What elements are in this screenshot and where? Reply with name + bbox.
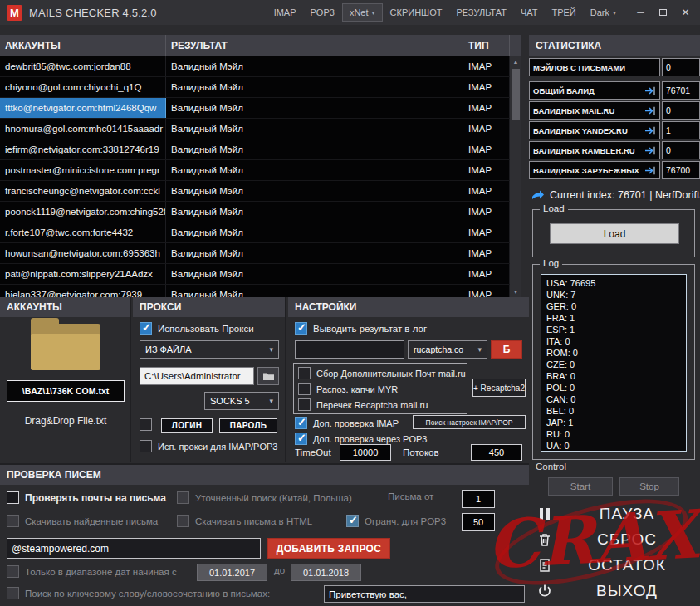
dragdrop-hint: Drag&Drop File.txt [0,415,131,427]
proxy-for-imap-checkbox[interactable] [140,440,152,452]
menu-item-label: СКРИНШОТ [390,7,443,17]
cell-type: IMAP [463,202,510,222]
log-output-checkbox[interactable] [295,322,307,335]
table-row[interactable]: tttko@netvigator.com:html2468Qqw Валидны… [0,98,510,119]
browse-folder-button[interactable] [257,367,279,385]
captcha-service-select[interactable]: rucaptcha.co ▾ [408,340,487,359]
pop3-limit-checkbox[interactable] [346,515,359,527]
check-letters-checkbox[interactable] [7,491,19,504]
date-from-button[interactable]: 01.01.2017 [197,564,267,581]
scroll-up-icon[interactable]: ▲ [510,56,521,67]
table-row[interactable]: hielan337@netvigator.com:7939 Валидный М… [0,285,510,297]
chevron-down-icon: ▾ [372,9,375,17]
table-row[interactable]: hnomura@gol.com:mhc01415aaaadr Валидный … [0,119,510,139]
cell-type: IMAP [463,285,510,297]
start-button[interactable]: Start [548,477,613,496]
extra-pop3-check-checkbox[interactable] [295,433,307,445]
remainder-button[interactable]: ОСТАТОК [531,553,700,578]
extra-pop3-check-label: Доп. проверка через POP3 [313,434,427,444]
table-row[interactable]: r.forte107@twc.com:forte4432 Валидный Мэ… [0,222,510,243]
date-to-button[interactable]: 01.01.2018 [291,564,361,581]
menu-item[interactable]: ТРЕЙ [545,4,582,21]
extra-imap-check-checkbox[interactable] [295,417,307,429]
query-input[interactable] [7,538,261,559]
menu-item[interactable]: POP3 [304,4,341,21]
app-window: M MAILS CHECKER 4.5.2.0 IMAP POP3 xNet ▾ [0,0,700,606]
table-row[interactable]: poonck1119@netvigator.com:ching528 Валид… [0,202,510,222]
cell-account: r.forte107@twc.com:forte4432 [0,222,166,242]
menu-item[interactable]: ЧАТ [514,4,545,21]
recheck-recaptcha-checkbox[interactable] [298,398,311,411]
settings-panel-title: НАСТРОЙКИ [288,297,529,317]
refined-search-checkbox[interactable] [177,491,189,504]
menu-item[interactable]: РЕЗУЛЬТАТ [449,4,512,21]
myr-captcha-checkbox[interactable] [298,383,311,395]
proxy-auth-checkbox[interactable] [140,418,152,431]
log-groupbox: Log USA: 76695 UNK: 7 GER: 0 FRA: 1 ESP:… [532,264,695,460]
pause-button[interactable]: ПАУЗА [531,501,700,526]
cell-result: Валидный Мэйл [166,98,463,118]
column-header-type[interactable]: ТИП [463,35,510,56]
captcha-key-input[interactable] [295,340,404,359]
menu-item[interactable]: Dark ▾ [584,4,623,21]
log-line: GER: 0 [546,301,681,312]
export-arrow-icon [644,146,656,155]
proxy-source-select[interactable]: ИЗ ФАЙЛА ▾ [140,340,279,359]
document-icon [536,558,554,573]
keyword-input[interactable] [324,585,525,603]
menu-item[interactable]: IMAP [267,4,303,21]
load-button[interactable]: Load [550,223,679,244]
download-found-checkbox[interactable] [7,515,19,527]
keyword-search-checkbox[interactable] [7,587,19,599]
cell-result: Валидный Мэйл [166,222,463,242]
use-proxy-checkbox[interactable] [140,322,152,335]
timeout-input[interactable] [340,444,391,461]
cell-account: postmaster@miniccistone.com:pregr [0,160,166,180]
stop-button[interactable]: Stop [619,477,679,496]
proxy-path-input[interactable] [140,367,254,385]
table-row[interactable]: howunsan@netvigator.com:695363h Валидный… [0,243,510,264]
table-row[interactable]: dewbrit85@twc.com:jordan88 Валидный Мэйл… [0,56,510,77]
menu-item[interactable]: xNet ▾ [342,3,383,22]
collect-extra-mail-checkbox[interactable] [298,367,311,379]
proxy-type-select[interactable]: SOCKS 5 ▾ [204,392,279,410]
download-html-checkbox[interactable] [177,515,189,527]
reset-button[interactable]: СБРОС [531,527,700,552]
letters-from-input[interactable] [462,490,495,508]
menu-item[interactable]: СКРИНШОТ [384,4,449,21]
date-range-checkbox[interactable] [7,565,19,578]
proxy-panel-title: ПРОКСИ [133,297,285,317]
maximize-button[interactable] [652,1,674,24]
cell-account: dewbrit85@twc.com:jordan88 [0,56,166,76]
column-header-accounts[interactable]: АККАУНТЫ [0,35,166,56]
app-title: MAILS CHECKER 4.5.2.0 [29,7,157,19]
table-row[interactable]: iefirm@netvigator.com:33812746r19 Валидн… [0,139,510,160]
keyword-search-label: Поиск по ключевому слову/словосочетанию … [25,589,270,599]
pop3-limit-input[interactable] [462,513,495,531]
table-row[interactable]: chiyono@gol.com:chiyochi_q1Q Валидный Мэ… [0,77,510,98]
scrollbar-thumb[interactable] [512,69,520,120]
add-query-button[interactable]: ДОБАВИТЬ ЗАПРОС [267,538,390,559]
threads-input[interactable] [471,444,522,461]
use-proxy-label: Использовать Прокси [158,324,254,334]
password-button[interactable]: ПАРОЛЬ [219,418,277,433]
table-row[interactable]: pati@nlppati.com:slippery21AAdzx Валидны… [0,264,510,285]
table-row[interactable]: postmaster@miniccistone.com:pregr Валидн… [0,160,510,181]
column-header-result[interactable]: РЕЗУЛЬТАТ [166,35,463,56]
minimize-button[interactable]: ─ [629,1,652,24]
table-scrollbar[interactable]: ▲ ▼ [510,56,521,297]
balance-button[interactable]: Б [491,340,522,359]
cell-type: IMAP [463,160,510,180]
login-button[interactable]: ЛОГИН [161,418,213,433]
download-found-label: Скачивать найденные письма [25,516,158,526]
close-button[interactable]: ✕ [674,1,697,24]
stat-value: 0 [662,58,700,76]
pause-icon [536,506,554,521]
folder-icon[interactable] [31,324,100,370]
table-row[interactable]: francischeungc@netvigator.com:cckl Валид… [0,181,510,202]
scroll-down-icon[interactable]: ▼ [510,286,521,297]
country-log-list[interactable]: USA: 76695 UNK: 7 GER: 0 FRA: 1 ESP: 1 I… [541,274,687,452]
power-icon [536,584,554,599]
exit-button[interactable]: ВЫХОД [531,579,700,604]
imap-pop-settings-note: Поиск настроек IMAP/POP [413,415,526,429]
